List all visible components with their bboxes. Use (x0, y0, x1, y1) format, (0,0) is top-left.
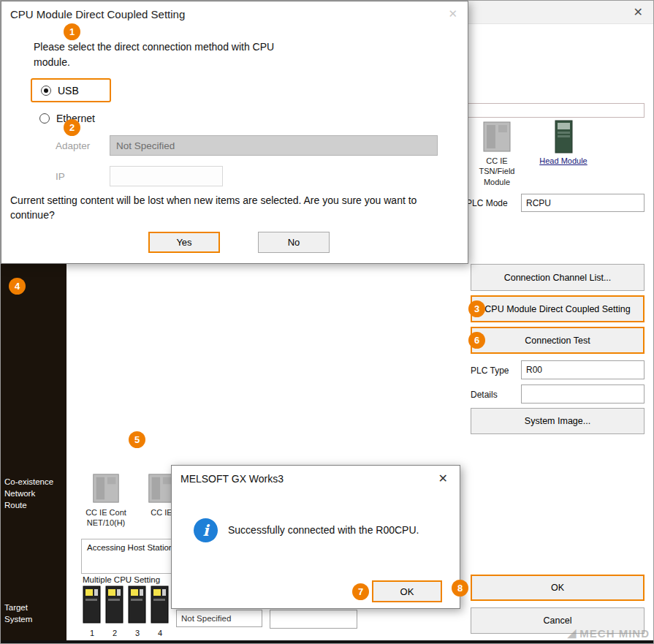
step-badge-3: 3 (468, 300, 485, 317)
bottom-empty-field[interactable] (270, 610, 357, 629)
window-close-icon[interactable]: ✕ (634, 5, 643, 19)
cpu-slot-1[interactable]: 1 (83, 586, 102, 637)
cpu-dialog-warning: Current setting content will be lost whe… (10, 193, 463, 223)
watermark-text: MECH MIND (579, 627, 650, 640)
cpu-module-direct-coupled-setting-button[interactable]: CPU Module Direct Coupled Setting (471, 295, 645, 322)
coexistence-item-label: CC IE Cont NET/10(H) (85, 507, 126, 529)
cpu-slot-number: 3 (128, 629, 147, 637)
cpu-dialog-close-icon: ✕ (448, 7, 457, 20)
yes-button[interactable]: Yes (148, 232, 220, 253)
mechmind-logo-icon: ◢ (568, 626, 577, 640)
target-system-field[interactable]: Not Specified (176, 610, 262, 627)
plc-type-label: PLC Type (471, 365, 509, 376)
cpu-slot-icon (105, 586, 124, 624)
accessing-host-station-label: Accessing Host Station (87, 543, 173, 552)
plc-mode-field[interactable]: RCPU (521, 194, 645, 212)
step-badge-6: 6 (468, 332, 485, 349)
ip-field (110, 166, 223, 186)
cc-ie-tsn-field-module-icon (463, 120, 531, 154)
cc-ie-cont-coexistence-icon (85, 471, 126, 505)
cpu-slot-icon (151, 586, 170, 624)
sidebar-label-target-system: Target System (4, 602, 32, 625)
multiple-cpu-setting-label: Multiple CPU Setting (83, 575, 160, 584)
cpu-dialog-title: CPU Module Direct Coupled Setting (10, 8, 185, 20)
system-image-button[interactable]: System Image... (471, 408, 645, 434)
step-badge-2: 2 (64, 119, 80, 136)
connection-channel-list-button[interactable]: Connection Channel List... (471, 264, 645, 291)
head-module-icon (528, 120, 598, 154)
cpu-slot-number: 4 (151, 629, 170, 637)
no-button[interactable]: No (258, 232, 330, 253)
usb-radio-label: USB (58, 85, 79, 96)
plcif-cc-ie-tsn-field-module[interactable]: CC IE TSN/Field Module (463, 120, 531, 187)
msgbox-text: Successfully connected with the R00CPU. (228, 524, 419, 536)
step-badge-8: 8 (452, 580, 468, 596)
watermark: ◢ MECH MIND (568, 626, 650, 640)
melsoft-message-box: MELSOFT GX Works3 ✕ i Successfully conne… (171, 465, 460, 609)
cpu-slot-3[interactable]: 3 (128, 586, 147, 637)
details-field (521, 384, 645, 404)
step-badge-1: 1 (64, 23, 80, 40)
cpu-slot-2[interactable]: 2 (105, 586, 124, 637)
details-label: Details (471, 390, 498, 400)
sidebar-label-coexistence: Co-existence Network Route (4, 476, 53, 511)
info-icon: i (194, 518, 218, 542)
cpu-slot-icon (83, 586, 102, 624)
plcif-label: Head Module (528, 156, 598, 166)
cpu-slot-4[interactable]: 4 (151, 586, 170, 637)
step-badge-4: 4 (9, 278, 26, 295)
msgbox-title: MELSOFT GX Works3 (180, 473, 284, 485)
coexistence-cc-ie-cont-item[interactable]: CC IE Cont NET/10(H) (85, 471, 126, 529)
app-window: Specify Connection Destination Connectio… (0, 0, 654, 644)
cpu-slot-number: 1 (83, 629, 102, 637)
cpu-slot-icon (128, 586, 147, 624)
step-badge-7: 7 (352, 583, 369, 600)
ip-label: IP (56, 171, 65, 182)
cpu-slot-number: 2 (105, 629, 124, 637)
msgbox-ok-button[interactable]: OK (372, 580, 442, 602)
window-bottom-edge (1, 640, 654, 643)
adapter-dropdown: Not Specified (110, 135, 438, 156)
plc-mode-label: PLC Mode (466, 198, 508, 208)
ok-button[interactable]: OK (471, 575, 645, 601)
plcif-label: CC IE TSN/Field Module (463, 156, 531, 187)
ethernet-radio-icon[interactable] (39, 113, 50, 124)
usb-radio-option[interactable]: USB (31, 78, 111, 102)
adapter-label: Adapter (56, 140, 90, 151)
connection-test-button[interactable]: Connection Test (471, 327, 645, 354)
usb-radio-icon[interactable] (41, 86, 51, 96)
plcif-head-module[interactable]: Head Module (528, 120, 598, 166)
plc-type-field: R00 (521, 360, 645, 379)
cpu-dialog-message: Please select the direct connection meth… (34, 39, 443, 70)
msgbox-close-icon[interactable]: ✕ (438, 471, 448, 485)
step-badge-5: 5 (129, 431, 145, 448)
